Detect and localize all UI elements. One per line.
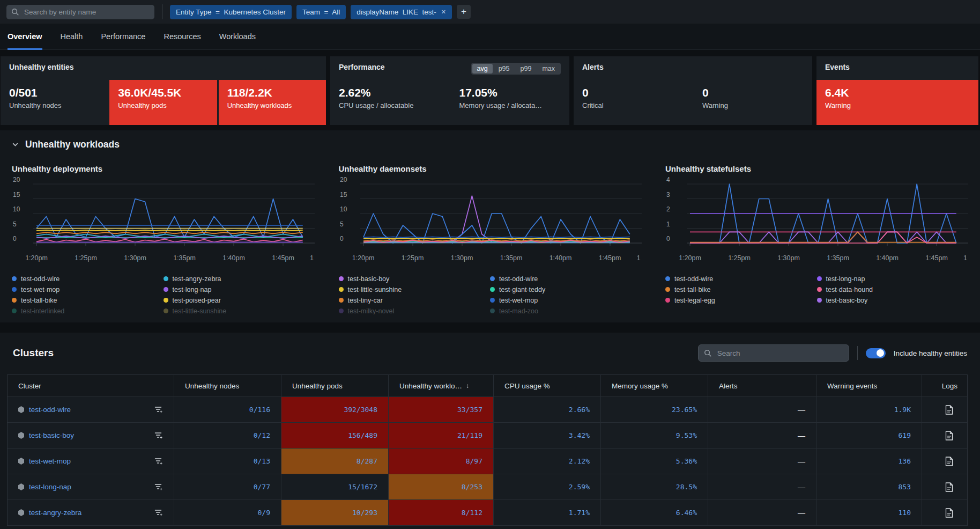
unhealthy-workloads-cell[interactable]: 21/119 [388, 423, 493, 448]
stat-memory-usage-allocata[interactable]: 17.05%Memory usage / allocata… [451, 80, 570, 125]
logs-icon[interactable] [945, 431, 953, 440]
table-search[interactable] [698, 344, 849, 362]
entity-search-input[interactable] [23, 8, 150, 17]
legend-item[interactable]: test-angry-zebra [164, 275, 315, 282]
add-to-filter-icon[interactable] [154, 406, 163, 414]
legend-item[interactable]: test-tall-bike [12, 297, 164, 304]
remove-filter-icon[interactable]: ✕ [441, 9, 446, 16]
agg-option-max[interactable]: max [537, 64, 560, 74]
column-header-cluster[interactable]: Cluster [8, 375, 174, 396]
unhealthy-nodes-cell[interactable]: 0/12 [174, 423, 281, 448]
tab-health[interactable]: Health [61, 24, 83, 50]
stat-cpu-usage-allocatable[interactable]: 2.62%CPU usage / allocatable [330, 80, 449, 125]
unhealthy-workloads-cell[interactable]: 8/112 [388, 500, 493, 525]
legend-item[interactable]: test-odd-wire [665, 275, 817, 282]
warning-events-cell[interactable]: 1.9K [816, 397, 922, 422]
logs-icon[interactable] [945, 457, 953, 466]
tab-overview[interactable]: Overview [8, 24, 42, 50]
collapse-section-icon[interactable] [12, 141, 19, 148]
warning-events-cell[interactable]: 853 [816, 474, 922, 499]
unhealthy-nodes-cell[interactable]: 0/9 [174, 500, 281, 525]
table-row[interactable]: test-long-nap0/7715/16728/2532.59%28.5%—… [8, 474, 967, 500]
warning-events-cell[interactable]: 619 [816, 423, 922, 448]
tab-resources[interactable]: Resources [164, 24, 201, 50]
filter-pill-team[interactable]: Team = All [296, 5, 346, 19]
add-filter-button[interactable]: + [457, 5, 471, 19]
column-header-unhealthy-worklo[interactable]: Unhealthy worklo…↓ [388, 375, 493, 396]
cpu-usage-cell[interactable]: 2.12% [493, 449, 600, 474]
tab-performance[interactable]: Performance [101, 24, 145, 50]
cluster-link[interactable]: test-wet-mop [29, 457, 71, 465]
column-header-warning-events[interactable]: Warning events [816, 375, 922, 396]
unhealthy-workloads-cell[interactable]: 8/97 [388, 449, 493, 474]
stat-warning[interactable]: 0Warning [694, 80, 812, 125]
legend-item[interactable]: test-little-sunshine [164, 307, 315, 314]
entity-search[interactable] [6, 5, 154, 19]
include-healthy-toggle[interactable] [866, 348, 886, 358]
add-to-filter-icon[interactable] [154, 509, 163, 517]
cpu-usage-cell[interactable]: 3.42% [493, 423, 600, 448]
table-row[interactable]: test-odd-wire0/116392/304833/3572.66%23.… [8, 397, 967, 423]
legend-item[interactable]: test-wet-mop [490, 297, 642, 304]
unhealthy-nodes-cell[interactable]: 0/77 [174, 474, 281, 499]
logs-icon[interactable] [945, 508, 953, 518]
column-header-alerts[interactable]: Alerts [708, 375, 816, 396]
legend-item[interactable]: test-interlinked [12, 307, 164, 314]
legend-item[interactable]: test-poised-pear [164, 297, 315, 304]
tab-workloads[interactable]: Workloads [219, 24, 256, 50]
column-header-logs[interactable]: Logs [922, 375, 968, 396]
cluster-link[interactable]: test-odd-wire [29, 406, 71, 414]
legend-item[interactable]: test-long-nap [817, 275, 969, 282]
warning-events-cell[interactable]: 136 [816, 449, 922, 474]
legend-item[interactable]: test-odd-wire [12, 275, 164, 282]
cpu-usage-cell[interactable]: 1.71% [493, 500, 600, 525]
column-header-unhealthy-nodes[interactable]: Unhealthy nodes [174, 375, 281, 396]
legend-item[interactable]: test-milky-novel [339, 307, 491, 314]
agg-option-p95[interactable]: p95 [494, 64, 515, 74]
stat-warning[interactable]: 6.4KWarning [816, 80, 978, 125]
unhealthy-nodes-cell[interactable]: 0/13 [174, 449, 281, 474]
legend-item[interactable]: test-odd-wire [490, 275, 642, 282]
unhealthy-pods-cell[interactable]: 8/287 [281, 449, 388, 474]
unhealthy-pods-cell[interactable]: 392/3048 [281, 397, 388, 422]
unhealthy-pods-cell[interactable]: 156/489 [281, 423, 388, 448]
cpu-usage-cell[interactable]: 2.66% [493, 397, 600, 422]
table-row[interactable]: test-basic-boy0/12156/48921/1193.42%9.53… [8, 423, 967, 449]
legend-item[interactable]: test-tiny-car [339, 297, 491, 304]
unhealthy-pods-cell[interactable]: 15/1672 [281, 474, 388, 499]
legend-item[interactable]: test-basic-boy [339, 275, 491, 282]
filter-pill-entity-type[interactable]: Entity Type = Kubernetes Cluster [170, 5, 292, 19]
stat-unhealthy-nodes[interactable]: 0/501Unhealthy nodes [1, 80, 108, 125]
legend-item[interactable]: test-data-hound [817, 286, 969, 293]
column-header-cpu-usage[interactable]: CPU usage % [493, 375, 600, 396]
stat-unhealthy-pods[interactable]: 36.0K/45.5KUnhealthy pods [109, 80, 217, 125]
memory-usage-cell[interactable]: 28.5% [600, 474, 708, 499]
cluster-link[interactable]: test-basic-boy [29, 431, 74, 439]
legend-item[interactable]: test-long-nap [164, 286, 315, 293]
table-row[interactable]: test-angry-zebra0/910/2938/1121.71%6.46%… [8, 500, 967, 526]
legend-item[interactable]: test-basic-boy [817, 297, 969, 304]
warning-events-cell[interactable]: 110 [816, 500, 922, 525]
stat-unhealthy-workloads[interactable]: 118/2.2KUnhealthy workloads [219, 80, 326, 125]
logs-icon[interactable] [945, 405, 953, 415]
cluster-link[interactable]: test-long-nap [29, 483, 71, 491]
table-row[interactable]: test-wet-mop0/138/2878/972.12%5.36%—136 [8, 449, 967, 474]
column-header-memory-usage[interactable]: Memory usage % [600, 375, 708, 396]
logs-icon[interactable] [945, 482, 953, 492]
stat-critical[interactable]: 0Critical [574, 80, 692, 125]
add-to-filter-icon[interactable] [154, 483, 163, 491]
legend-item[interactable]: test-wet-mop [12, 286, 164, 293]
unhealthy-nodes-cell[interactable]: 0/116 [174, 397, 281, 422]
memory-usage-cell[interactable]: 5.36% [600, 449, 708, 474]
table-search-input[interactable] [716, 349, 843, 358]
unhealthy-workloads-cell[interactable]: 33/357 [388, 397, 493, 422]
legend-item[interactable]: test-mad-zoo [490, 307, 642, 314]
filter-pill-displayname[interactable]: displayName LIKE test-✕ [351, 5, 452, 19]
legend-item[interactable]: test-little-sunshine [339, 286, 491, 293]
add-to-filter-icon[interactable] [154, 431, 163, 439]
memory-usage-cell[interactable]: 6.46% [600, 500, 708, 525]
memory-usage-cell[interactable]: 9.53% [600, 423, 708, 448]
legend-item[interactable]: test-giant-teddy [490, 286, 642, 293]
agg-option-avg[interactable]: avg [472, 64, 493, 74]
legend-item[interactable]: test-legal-egg [665, 297, 817, 304]
